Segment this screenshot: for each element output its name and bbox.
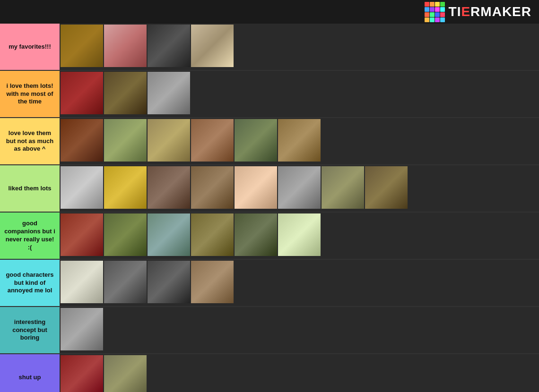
tier-list: my favorites!!! i love them lots! with m… [0, 24, 539, 392]
character-cowboy2 [191, 261, 234, 303]
tier-row-annoyed: good characters but kind of annoyed me l… [0, 260, 539, 307]
character-probe [278, 166, 321, 209]
logo-rmaker: RMAKER [470, 4, 531, 19]
character-ncr-ranger [61, 25, 103, 67]
character-mole [365, 166, 408, 209]
header: TiERMAKER [0, 0, 539, 24]
tiermaker-logo-text: TiERMAKER [449, 4, 531, 19]
tier-items-favorites [60, 24, 539, 70]
character-yellow-armor [104, 166, 147, 209]
character-soldier [104, 119, 147, 162]
character-cowboy [104, 72, 147, 114]
tier-label-love: love love them but not as much as above … [0, 118, 60, 164]
logo-cell [430, 2, 435, 7]
tier-label-liked: liked them lots [0, 165, 60, 212]
tier-items-good-companions [60, 213, 539, 259]
character-skull [104, 25, 147, 67]
tier-label-love-lots: i love them lots! with me most of the ti… [0, 71, 60, 117]
tier-row-boring: interesting concept but boring [0, 307, 539, 354]
character-mutant2 [104, 355, 147, 392]
tier-row-shutup: shut up [0, 354, 539, 392]
character-bald [235, 166, 277, 209]
tier-row-liked: liked them lots [0, 165, 539, 213]
character-cyborg [61, 166, 103, 209]
tier-label-good-companions: good companions but i never really use! … [0, 213, 60, 259]
logo-e: E [461, 4, 470, 19]
character-bandage [61, 261, 103, 303]
tier-label-shutup: shut up [0, 354, 60, 392]
logo-tier: Ti [449, 4, 461, 19]
character-armored2 [61, 308, 103, 350]
tier-label-boring: interesting concept but boring [0, 307, 60, 353]
character-mutant [104, 213, 147, 256]
character-scarred [61, 119, 103, 162]
logo-cell [440, 12, 445, 17]
character-mech1 [322, 166, 364, 209]
logo-cell [435, 12, 440, 17]
character-woman2 [191, 213, 234, 256]
character-bear [148, 213, 190, 256]
tier-items-liked [60, 165, 539, 212]
character-alien [278, 213, 321, 256]
logo-grid-icon [425, 2, 445, 22]
character-doc-glasses [191, 25, 234, 67]
tier-items-love [60, 118, 539, 164]
tier-row-love-lots: i love them lots! with me most of the ti… [0, 71, 539, 118]
logo-cell [435, 2, 440, 7]
character-armored [148, 119, 190, 162]
logo-cell [440, 2, 445, 7]
character-terminator [148, 261, 190, 303]
tier-items-annoyed [60, 260, 539, 306]
tier-items-shutup [60, 354, 539, 392]
tier-items-love-lots [60, 71, 539, 117]
character-mech2 [104, 261, 147, 303]
character-red-ghoul [61, 72, 103, 114]
logo-cell [440, 7, 445, 12]
tier-row-favorites: my favorites!!! [0, 24, 539, 71]
character-woman1 [191, 119, 234, 162]
logo-cell [425, 17, 429, 22]
character-sunglasses [148, 25, 190, 67]
tier-label-annoyed: good characters but kind of annoyed me l… [0, 260, 60, 306]
logo-cell [430, 17, 435, 22]
app-container: TiERMAKER my favorites!!! i love them lo… [0, 0, 539, 392]
character-mohawk [235, 213, 277, 256]
tiermaker-logo: TiERMAKER [425, 2, 531, 22]
logo-cell [435, 17, 440, 22]
logo-cell [425, 2, 429, 7]
logo-cell [425, 12, 429, 17]
character-redhead [61, 213, 103, 256]
logo-cell [435, 7, 440, 12]
tier-items-boring [60, 307, 539, 353]
character-native [148, 166, 190, 209]
character-soldier2 [235, 119, 277, 162]
character-dog [278, 119, 321, 162]
logo-cell [425, 7, 429, 12]
logo-cell [440, 17, 445, 22]
tier-label-favorites: my favorites!!! [0, 24, 60, 70]
character-robot-dog [148, 72, 190, 114]
tier-row-good-companions: good companions but i never really use! … [0, 213, 539, 260]
character-red-suit [61, 355, 103, 392]
logo-cell [430, 12, 435, 17]
character-hat [191, 166, 234, 209]
tier-row-love: love love them but not as much as above … [0, 118, 539, 165]
logo-cell [430, 7, 435, 12]
